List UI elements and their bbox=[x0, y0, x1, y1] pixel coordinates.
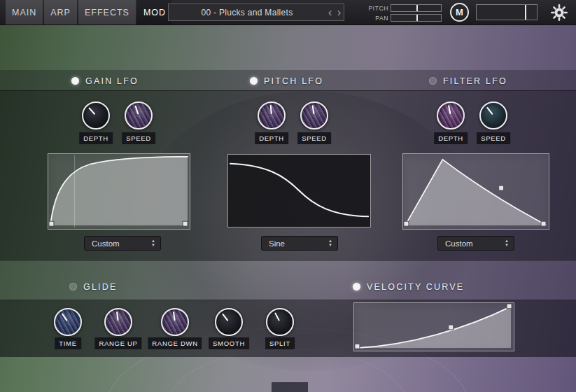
settings-gear-button[interactable] bbox=[549, 3, 568, 22]
pitch-lfo-shape-select[interactable]: Sine ▲▼ bbox=[261, 236, 338, 251]
glide-enable-toggle[interactable] bbox=[69, 283, 77, 290]
pitch-lfo-header: PITCH LFO bbox=[250, 76, 323, 85]
velocity-curve-enable-toggle[interactable] bbox=[353, 283, 360, 290]
filter-lfo-title: FILTER LFO bbox=[443, 76, 507, 86]
gain-lfo-shape-select[interactable]: Custom ▲▼ bbox=[84, 236, 161, 251]
background-object bbox=[272, 382, 308, 392]
output-level-handle[interactable] bbox=[525, 5, 526, 20]
pan-slider[interactable] bbox=[391, 14, 442, 22]
pitch-lfo-depth-knob[interactable] bbox=[258, 102, 286, 130]
glide-header-panel bbox=[0, 260, 576, 300]
preset-next-button[interactable]: › bbox=[335, 4, 344, 20]
velocity-curve-display[interactable] bbox=[353, 302, 514, 351]
filter-speed-label: SPEED bbox=[477, 132, 510, 144]
glide-range-down-knob[interactable] bbox=[161, 308, 189, 336]
knob-needle bbox=[300, 101, 329, 130]
glide-header: GLIDE bbox=[69, 282, 118, 291]
pitch-lfo-shape-value: Sine bbox=[269, 239, 328, 248]
filter-depth-label: DEPTH bbox=[434, 132, 468, 144]
gain-lfo-header: GAIN LFO bbox=[71, 76, 139, 85]
gain-lfo-speed-knob[interactable] bbox=[125, 102, 153, 130]
knob-needle bbox=[104, 308, 133, 337]
pitch-lfo-enable-toggle[interactable] bbox=[250, 77, 258, 85]
gain-lfo-depth-knob[interactable] bbox=[82, 102, 110, 130]
pitch-lfo-speed-knob[interactable] bbox=[300, 102, 328, 130]
gear-icon bbox=[550, 4, 568, 22]
gain-lfo-shape-value: Custom bbox=[92, 239, 151, 248]
filter-lfo-depth-knob[interactable] bbox=[437, 102, 465, 130]
mono-button[interactable]: M bbox=[450, 3, 469, 22]
pitch-speed-label: SPEED bbox=[297, 132, 331, 144]
velocity-curve-header: VELOCITY CURVE bbox=[353, 282, 464, 291]
filter-lfo-speed-knob[interactable] bbox=[479, 102, 507, 130]
pitch-slider[interactable] bbox=[391, 4, 442, 12]
velocity-curve-title: VELOCITY CURVE bbox=[367, 282, 464, 292]
gain-lfo-enable-toggle[interactable] bbox=[71, 77, 79, 85]
pitch-depth-label: DEPTH bbox=[255, 132, 288, 144]
updown-arrows-icon: ▲▼ bbox=[151, 239, 155, 247]
glide-split-label: SPLIT bbox=[265, 337, 295, 349]
tab-arp[interactable]: ARP bbox=[44, 0, 77, 24]
sine-wave-curve bbox=[228, 155, 370, 227]
top-toolbar: MAIN ARP EFFECTS MOD 00 - Plucks and Mal… bbox=[0, 0, 576, 25]
upper-backdrop-panel bbox=[0, 24, 576, 70]
glide-range-up-label: RANGE UP bbox=[94, 337, 141, 349]
filter-lfo-shape-select[interactable]: Custom ▲▼ bbox=[437, 236, 514, 251]
synth-plugin-window: MAIN ARP EFFECTS MOD 00 - Plucks and Mal… bbox=[0, 0, 576, 392]
gain-lfo-curve-display[interactable] bbox=[48, 153, 190, 230]
filter-lfo-curve-display[interactable] bbox=[402, 153, 549, 230]
preset-name: 00 - Plucks and Mallets bbox=[169, 8, 325, 18]
nav-tabs: MAIN ARP EFFECTS MOD bbox=[6, 0, 174, 24]
filter-lfo-enable-toggle[interactable] bbox=[429, 77, 437, 85]
knob-needle bbox=[436, 101, 466, 131]
pitch-lfo-title: PITCH LFO bbox=[264, 76, 323, 86]
glide-smooth-label: SMOOTH bbox=[209, 337, 249, 349]
pan-slider-handle[interactable] bbox=[416, 15, 418, 21]
pitch-slider-handle[interactable] bbox=[416, 5, 418, 11]
glide-title: GLIDE bbox=[83, 282, 118, 292]
glide-range-down-label: RANGE DWN bbox=[148, 337, 202, 349]
filter-lfo-header: FILTER LFO bbox=[429, 76, 507, 85]
velocity-curve bbox=[354, 303, 514, 351]
gain-depth-label: DEPTH bbox=[79, 132, 113, 144]
tab-mod[interactable]: MOD bbox=[137, 0, 172, 24]
preset-selector[interactable]: 00 - Plucks and Mallets ‹ › bbox=[168, 4, 344, 21]
filter-lfo-shape-value: Custom bbox=[445, 239, 505, 248]
glide-time-knob[interactable] bbox=[54, 308, 82, 336]
glide-range-up-knob[interactable] bbox=[104, 308, 132, 336]
updown-arrows-icon: ▲▼ bbox=[505, 239, 509, 247]
filter-lfo-curve bbox=[403, 154, 549, 229]
gain-lfo-curve bbox=[48, 154, 190, 229]
knob-needle bbox=[258, 102, 285, 129]
gain-lfo-title: GAIN LFO bbox=[85, 76, 139, 86]
glide-time-label: TIME bbox=[55, 337, 81, 349]
gain-speed-label: SPEED bbox=[122, 132, 155, 144]
glide-split-knob[interactable] bbox=[266, 308, 294, 336]
pan-label: PAN bbox=[363, 14, 388, 22]
tab-main[interactable]: MAIN bbox=[6, 0, 43, 24]
glide-smooth-knob[interactable] bbox=[215, 308, 243, 336]
pitch-lfo-curve-display bbox=[227, 154, 371, 227]
output-level-slider[interactable] bbox=[476, 4, 538, 20]
tab-effects[interactable]: EFFECTS bbox=[78, 0, 136, 24]
preset-prev-button[interactable]: ‹ bbox=[325, 4, 335, 20]
pitch-label: PITCH bbox=[363, 4, 388, 12]
updown-arrows-icon: ▲▼ bbox=[328, 239, 332, 247]
knob-needle bbox=[161, 308, 190, 337]
